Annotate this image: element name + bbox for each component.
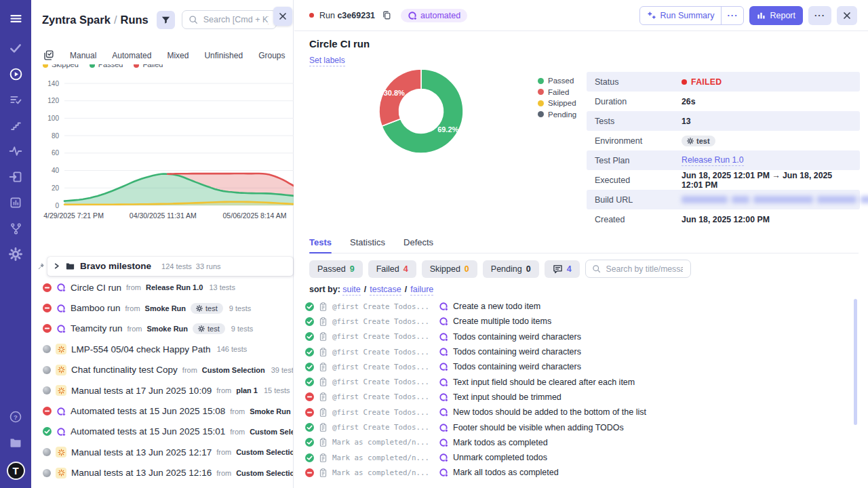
- run-list-item[interactable]: Manual tests at 13 Jun 2025 12:17fromCus…: [31, 442, 293, 462]
- branches-icon[interactable]: [0, 216, 31, 241]
- failed-status-icon: [43, 283, 52, 292]
- pulse-icon[interactable]: [0, 138, 31, 164]
- close-panel-button[interactable]: [273, 7, 292, 26]
- donut-legend: PassedFailedSkippedPending: [538, 77, 576, 119]
- tab-tests[interactable]: Tests: [309, 237, 332, 253]
- run-summary-more-button[interactable]: ···: [721, 7, 743, 24]
- svg-text:20: 20: [52, 184, 60, 192]
- donut-legend-item[interactable]: Passed: [538, 77, 576, 85]
- clipboard-icon: [319, 317, 328, 326]
- test-row[interactable]: @first Create Todos...Create a new todo …: [305, 299, 852, 314]
- run-list-item[interactable]: Chat functinality test CopyfromCustom Se…: [31, 360, 293, 380]
- test-row[interactable]: Mark as completed/n...Mark all todos as …: [305, 465, 852, 480]
- info-row: ExecutedJun 18, 2025 12:01 PM → Jun 18, …: [587, 170, 860, 190]
- automated-badge[interactable]: automated: [401, 9, 467, 22]
- test-row[interactable]: @first Create Todos...Todos containing w…: [305, 359, 852, 374]
- donut-legend-item[interactable]: Failed: [538, 88, 576, 96]
- app-logo[interactable]: T: [7, 462, 25, 480]
- run-list-item[interactable]: Manual tests at 13 Jun 2025 12:16fromCus…: [31, 463, 293, 483]
- runs-play-icon[interactable]: [0, 61, 31, 87]
- filter-button[interactable]: [157, 11, 175, 29]
- passed-status-icon: [305, 423, 314, 432]
- clipboard-icon: [319, 453, 328, 462]
- run-list-item[interactable]: Bamboo runfromSmoke Runtest9 tests: [31, 298, 293, 318]
- breadcrumb-project[interactable]: Zyntra Spark: [42, 14, 111, 26]
- run-list-item[interactable]: LMP-554 05/04 check Happy Path146 tests: [31, 339, 293, 359]
- projects-folder-icon[interactable]: [0, 430, 31, 455]
- automated-run-icon: [439, 392, 448, 402]
- copy-icon[interactable]: [382, 10, 391, 20]
- manual-run-icon: [56, 385, 66, 396]
- import-icon[interactable]: [0, 164, 31, 190]
- settings-gear-icon[interactable]: [0, 241, 31, 267]
- help-icon[interactable]: ?: [0, 404, 31, 430]
- run-type-tab-mixed[interactable]: Mixed: [167, 51, 189, 60]
- test-suite: @first Create Todos...: [332, 332, 434, 341]
- automated-run-icon: [439, 453, 448, 462]
- test-suite: @first Create Todos...: [332, 302, 434, 311]
- test-row[interactable]: @first Create Todos...Todos containing w…: [305, 329, 852, 344]
- tests-search[interactable]: [585, 260, 691, 278]
- automated-run-icon: [56, 304, 66, 313]
- filter-chip-comments[interactable]: 4: [545, 260, 580, 278]
- run-type-tabs: ManualAutomatedMixedUnfinishedGroups: [43, 49, 289, 61]
- run-list-item[interactable]: Teamcity runfromSmoke Runtest9 tests: [31, 319, 293, 339]
- breadcrumb-page: Runs: [120, 14, 148, 26]
- more-actions-button[interactable]: ···: [808, 6, 831, 25]
- analytics-icon[interactable]: [0, 190, 31, 216]
- test-row[interactable]: Mark as completed/n...Mark todos as comp…: [305, 435, 852, 450]
- filter-chip-failed[interactable]: Failed4: [368, 260, 416, 278]
- run-status-dot: [309, 13, 314, 18]
- test-row[interactable]: @first Create Todos...New todos should b…: [305, 405, 852, 420]
- filter-chip-skipped[interactable]: Skipped0: [422, 260, 477, 278]
- set-labels-link[interactable]: Set labels: [309, 56, 345, 66]
- run-type-tab-manual[interactable]: Manual: [70, 51, 96, 60]
- run-list-item[interactable]: Automated tests at 15 Jun 2025 15:08from…: [31, 401, 293, 421]
- run-list-item[interactable]: Circle CI runfromRelease Run 1.013 tests: [31, 277, 293, 298]
- automated-run-icon: [439, 332, 448, 342]
- plans-list-check-icon[interactable]: [0, 87, 31, 113]
- test-plan-link[interactable]: Release Run 1.0: [682, 155, 744, 166]
- chevron-right-icon[interactable]: [53, 262, 60, 270]
- milestone-row[interactable]: Bravo milestone 124 tests 33 runs: [35, 256, 293, 276]
- run-source: Release Run 1.0: [146, 283, 203, 291]
- test-row[interactable]: @first Create Todos...Create multiple to…: [305, 314, 852, 329]
- donut-legend-item[interactable]: Pending: [538, 110, 576, 119]
- environment-badge: test: [682, 136, 715, 146]
- test-row[interactable]: @first Create Todos...Todos containing w…: [305, 344, 852, 359]
- run-type-tab-groups[interactable]: Groups: [258, 51, 285, 60]
- run-type-tab-unfinished[interactable]: Unfinished: [204, 51, 243, 60]
- runs-search[interactable]: [182, 10, 277, 29]
- tests-check-icon[interactable]: [0, 35, 31, 61]
- select-runs-icon[interactable]: [43, 49, 54, 61]
- run-list-item[interactable]: Manual tests at 17 Jun 2025 10:09frompla…: [31, 380, 293, 401]
- test-row[interactable]: Mark as completed/n...Unmark completed t…: [305, 450, 852, 465]
- passed-status-icon: [305, 438, 314, 447]
- environment-badge: test: [193, 323, 225, 334]
- sort-by-testcase[interactable]: testcase: [370, 285, 401, 296]
- steps-icon[interactable]: [0, 113, 31, 138]
- failed-status-icon: [305, 408, 314, 417]
- test-row[interactable]: @first Create Todos...Text input should …: [305, 390, 852, 405]
- sort-by-failure[interactable]: failure: [410, 285, 433, 296]
- clipboard-icon: [319, 302, 328, 311]
- run-name: Chat functinality test Copy: [71, 365, 178, 375]
- run-type-tab-automated[interactable]: Automated: [112, 51, 151, 60]
- tests-scrollbar[interactable]: [854, 299, 857, 425]
- filter-chip-passed[interactable]: Passed9: [309, 260, 363, 278]
- build-url-redacted[interactable]: [682, 196, 868, 203]
- filter-chip-pending[interactable]: Pending0: [483, 260, 539, 278]
- test-row[interactable]: @first Create Todos...Text input field s…: [305, 374, 852, 389]
- runs-search-input[interactable]: [202, 14, 270, 25]
- test-row[interactable]: @first Create Todos...Footer should be v…: [305, 420, 852, 434]
- tests-search-input[interactable]: [605, 264, 684, 274]
- menu-icon[interactable]: [0, 7, 31, 30]
- sort-by-suite[interactable]: suite: [342, 285, 360, 296]
- close-run-button[interactable]: [837, 6, 857, 25]
- tab-statistics[interactable]: Statistics: [350, 237, 385, 253]
- report-button[interactable]: Report: [749, 6, 803, 25]
- run-list-item[interactable]: Automated tests at 15 Jun 2025 15:01from…: [31, 422, 293, 442]
- run-summary-button[interactable]: Run Summary: [640, 7, 722, 24]
- donut-legend-item[interactable]: Skipped: [538, 99, 576, 107]
- tab-defects[interactable]: Defects: [403, 237, 433, 253]
